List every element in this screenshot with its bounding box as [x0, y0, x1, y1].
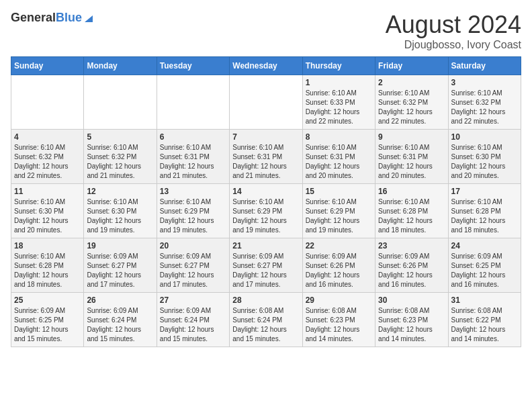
- day-number: 13: [160, 187, 226, 196]
- calendar-cell: 1Sunrise: 6:10 AM Sunset: 6:33 PM Daylig…: [302, 75, 375, 130]
- calendar-cell: 19Sunrise: 6:09 AM Sunset: 6:27 PM Dayli…: [84, 238, 157, 293]
- day-info: Sunrise: 6:09 AM Sunset: 6:26 PM Dayligh…: [306, 252, 372, 289]
- header-monday: Monday: [84, 57, 157, 75]
- calendar-cell: 22Sunrise: 6:09 AM Sunset: 6:26 PM Dayli…: [302, 238, 375, 293]
- calendar-cell: [84, 75, 157, 130]
- day-info: Sunrise: 6:09 AM Sunset: 6:27 PM Dayligh…: [232, 252, 299, 289]
- day-number: 29: [306, 295, 372, 305]
- day-info: Sunrise: 6:09 AM Sunset: 6:24 PM Dayligh…: [160, 306, 226, 344]
- calendar-table: SundayMondayTuesdayWednesdayThursdayFrid…: [11, 56, 521, 347]
- day-number: 30: [378, 295, 445, 305]
- day-number: 1: [306, 78, 372, 87]
- day-info: Sunrise: 6:10 AM Sunset: 6:29 PM Dayligh…: [232, 197, 299, 235]
- calendar-cell: 18Sunrise: 6:10 AM Sunset: 6:28 PM Dayli…: [11, 238, 84, 293]
- page-header: General Blue August 2024 Djougbosso, Ivo…: [11, 11, 521, 51]
- day-number: 5: [87, 132, 153, 142]
- calendar-cell: 26Sunrise: 6:09 AM Sunset: 6:24 PM Dayli…: [84, 293, 157, 347]
- day-info: Sunrise: 6:10 AM Sunset: 6:29 PM Dayligh…: [160, 197, 226, 235]
- calendar-cell: 9Sunrise: 6:10 AM Sunset: 6:31 PM Daylig…: [375, 130, 448, 184]
- calendar-cell: 28Sunrise: 6:08 AM Sunset: 6:24 PM Dayli…: [230, 293, 302, 347]
- day-number: 14: [232, 187, 299, 196]
- calendar-cell: 3Sunrise: 6:10 AM Sunset: 6:32 PM Daylig…: [448, 75, 521, 130]
- calendar-week-row: 25Sunrise: 6:09 AM Sunset: 6:25 PM Dayli…: [11, 293, 521, 347]
- calendar-header-row: SundayMondayTuesdayWednesdayThursdayFrid…: [11, 57, 521, 75]
- day-number: 24: [451, 241, 518, 250]
- calendar-cell: 23Sunrise: 6:09 AM Sunset: 6:26 PM Dayli…: [375, 238, 448, 293]
- day-info: Sunrise: 6:10 AM Sunset: 6:33 PM Dayligh…: [306, 89, 372, 126]
- header-thursday: Thursday: [302, 57, 375, 75]
- calendar-cell: 25Sunrise: 6:09 AM Sunset: 6:25 PM Dayli…: [11, 293, 84, 347]
- calendar-cell: [11, 75, 84, 130]
- day-number: 7: [232, 132, 299, 142]
- calendar-cell: 27Sunrise: 6:09 AM Sunset: 6:24 PM Dayli…: [157, 293, 229, 347]
- day-number: 6: [160, 132, 226, 142]
- day-info: Sunrise: 6:09 AM Sunset: 6:25 PM Dayligh…: [14, 306, 81, 344]
- calendar-cell: 21Sunrise: 6:09 AM Sunset: 6:27 PM Dayli…: [230, 238, 302, 293]
- calendar-cell: 20Sunrise: 6:09 AM Sunset: 6:27 PM Dayli…: [157, 238, 229, 293]
- calendar-week-row: 18Sunrise: 6:10 AM Sunset: 6:28 PM Dayli…: [11, 238, 521, 293]
- page-title: August 2024: [386, 11, 521, 39]
- header-saturday: Saturday: [448, 57, 521, 75]
- day-number: 17: [451, 187, 518, 196]
- day-number: 18: [14, 241, 81, 250]
- day-number: 25: [14, 295, 81, 305]
- day-info: Sunrise: 6:10 AM Sunset: 6:28 PM Dayligh…: [14, 252, 81, 289]
- header-sunday: Sunday: [11, 57, 84, 75]
- day-info: Sunrise: 6:10 AM Sunset: 6:32 PM Dayligh…: [14, 143, 81, 181]
- day-info: Sunrise: 6:10 AM Sunset: 6:32 PM Dayligh…: [378, 89, 445, 126]
- calendar-cell: 15Sunrise: 6:10 AM Sunset: 6:29 PM Dayli…: [302, 184, 375, 238]
- logo-blue-text: Blue: [56, 11, 82, 25]
- page-subtitle: Djougbosso, Ivory Coast: [386, 39, 521, 51]
- calendar-week-row: 4Sunrise: 6:10 AM Sunset: 6:32 PM Daylig…: [11, 130, 521, 184]
- day-number: 2: [378, 78, 445, 87]
- calendar-cell: 16Sunrise: 6:10 AM Sunset: 6:28 PM Dayli…: [375, 184, 448, 238]
- day-number: 3: [451, 78, 518, 87]
- calendar-cell: 30Sunrise: 6:08 AM Sunset: 6:23 PM Dayli…: [375, 293, 448, 347]
- day-info: Sunrise: 6:10 AM Sunset: 6:28 PM Dayligh…: [451, 197, 518, 235]
- calendar-cell: 29Sunrise: 6:08 AM Sunset: 6:23 PM Dayli…: [302, 293, 375, 347]
- day-info: Sunrise: 6:08 AM Sunset: 6:24 PM Dayligh…: [232, 306, 299, 344]
- day-info: Sunrise: 6:10 AM Sunset: 6:31 PM Dayligh…: [378, 143, 445, 181]
- day-number: 9: [378, 132, 445, 142]
- calendar-cell: 7Sunrise: 6:10 AM Sunset: 6:31 PM Daylig…: [230, 130, 302, 184]
- header-tuesday: Tuesday: [157, 57, 229, 75]
- header-friday: Friday: [375, 57, 448, 75]
- calendar-cell: 31Sunrise: 6:08 AM Sunset: 6:22 PM Dayli…: [448, 293, 521, 347]
- calendar-cell: 8Sunrise: 6:10 AM Sunset: 6:31 PM Daylig…: [302, 130, 375, 184]
- calendar-cell: 13Sunrise: 6:10 AM Sunset: 6:29 PM Dayli…: [157, 184, 229, 238]
- day-info: Sunrise: 6:09 AM Sunset: 6:27 PM Dayligh…: [87, 252, 153, 289]
- day-info: Sunrise: 6:09 AM Sunset: 6:26 PM Dayligh…: [378, 252, 445, 289]
- day-info: Sunrise: 6:08 AM Sunset: 6:22 PM Dayligh…: [451, 306, 518, 344]
- day-number: 20: [160, 241, 226, 250]
- day-info: Sunrise: 6:09 AM Sunset: 6:24 PM Dayligh…: [87, 306, 153, 344]
- calendar-cell: 14Sunrise: 6:10 AM Sunset: 6:29 PM Dayli…: [230, 184, 302, 238]
- calendar-cell: 6Sunrise: 6:10 AM Sunset: 6:31 PM Daylig…: [157, 130, 229, 184]
- day-info: Sunrise: 6:09 AM Sunset: 6:25 PM Dayligh…: [451, 252, 518, 289]
- day-number: 16: [378, 187, 445, 196]
- day-number: 23: [378, 241, 445, 250]
- day-number: 21: [232, 241, 299, 250]
- calendar-cell: 2Sunrise: 6:10 AM Sunset: 6:32 PM Daylig…: [375, 75, 448, 130]
- logo-icon: [83, 13, 93, 22]
- calendar-cell: 12Sunrise: 6:10 AM Sunset: 6:30 PM Dayli…: [84, 184, 157, 238]
- day-info: Sunrise: 6:10 AM Sunset: 6:30 PM Dayligh…: [87, 197, 153, 235]
- title-block: August 2024 Djougbosso, Ivory Coast: [386, 11, 521, 51]
- day-number: 12: [87, 187, 153, 196]
- day-info: Sunrise: 6:08 AM Sunset: 6:23 PM Dayligh…: [306, 306, 372, 344]
- logo-general-text: General: [11, 11, 56, 25]
- day-number: 19: [87, 241, 153, 250]
- day-info: Sunrise: 6:10 AM Sunset: 6:30 PM Dayligh…: [451, 143, 518, 181]
- svg-marker-0: [85, 15, 93, 22]
- day-number: 15: [306, 187, 372, 196]
- day-number: 26: [87, 295, 153, 305]
- calendar-cell: 17Sunrise: 6:10 AM Sunset: 6:28 PM Dayli…: [448, 184, 521, 238]
- day-number: 31: [451, 295, 518, 305]
- day-info: Sunrise: 6:10 AM Sunset: 6:30 PM Dayligh…: [14, 197, 81, 235]
- day-info: Sunrise: 6:10 AM Sunset: 6:29 PM Dayligh…: [306, 197, 372, 235]
- calendar-week-row: 11Sunrise: 6:10 AM Sunset: 6:30 PM Dayli…: [11, 184, 521, 238]
- day-number: 28: [232, 295, 299, 305]
- calendar-week-row: 1Sunrise: 6:10 AM Sunset: 6:33 PM Daylig…: [11, 75, 521, 130]
- day-info: Sunrise: 6:10 AM Sunset: 6:31 PM Dayligh…: [232, 143, 299, 181]
- day-number: 4: [14, 132, 81, 142]
- calendar-cell: 5Sunrise: 6:10 AM Sunset: 6:32 PM Daylig…: [84, 130, 157, 184]
